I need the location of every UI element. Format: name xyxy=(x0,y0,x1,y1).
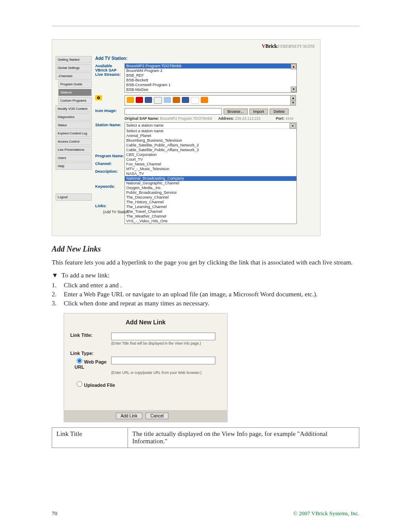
form-title: Add TV Station: xyxy=(95,56,316,61)
table-key: Link Title xyxy=(52,428,128,448)
chevron-down-icon[interactable]: ▼ xyxy=(290,123,296,129)
nav-live-presentations[interactable]: Live Presentations xyxy=(56,146,92,153)
link-title-hint: (Enter Title that will be displayed in t… xyxy=(111,341,221,345)
step-item: 1. Click and enter a and . xyxy=(52,282,359,289)
stream-option[interactable]: BSB-Cromwell Program 1 xyxy=(125,83,296,87)
station-option[interactable]: Public_Broadcasting_Service xyxy=(125,190,296,195)
web-url-hint: (Enter URL or copy/paste URL from your W… xyxy=(111,370,221,375)
nav-diagnostics[interactable]: Diagnostics xyxy=(56,113,92,121)
nav-users[interactable]: Users xyxy=(56,154,92,162)
station-option[interactable]: Oxygen_Media,_Inc. xyxy=(125,186,296,190)
nav-modify-vod[interactable]: Modify VOD Content xyxy=(56,105,92,112)
nav-stations[interactable]: Stations xyxy=(58,89,92,96)
stream-option[interactable]: BruceMP2 Program TDOT8mbit xyxy=(125,64,296,68)
nav-program-guide[interactable]: Program Guide xyxy=(58,81,92,88)
nav-channels[interactable]: -Channels xyxy=(56,72,92,80)
add-new-link-dialog: Add New Link Link Title: (Enter Title th… xyxy=(64,313,227,422)
station-option[interactable]: Cable_Satellite_Public_Affairs_Network_3 xyxy=(125,148,296,152)
station-option[interactable]: NASA_TV xyxy=(125,171,296,176)
nav-getting-started[interactable]: Getting Started xyxy=(56,56,92,63)
station-name-label: Station Name: xyxy=(95,122,125,127)
table-value: The title actually displayed on the View… xyxy=(128,428,359,448)
cancel-button[interactable]: Cancel xyxy=(146,413,168,419)
scroll-up-icon[interactable]: ▲ xyxy=(291,64,296,69)
link-type-label: Link Type: xyxy=(70,351,111,356)
nav-custom-programs[interactable]: Custom Programs xyxy=(58,97,92,104)
intro-paragraph: This feature lets you add a hyperlink to… xyxy=(52,258,359,267)
icon-thumb[interactable] xyxy=(182,97,189,103)
add-link-button[interactable]: Add Link xyxy=(116,413,142,419)
station-option[interactable]: VH1_-_Video_Hits_One xyxy=(125,219,296,224)
link-title-table: Link Title The title actually displayed … xyxy=(52,427,359,448)
station-option[interactable]: CBS_Corporation xyxy=(125,152,296,157)
station-option[interactable]: Cable_Satellite_Public_Affairs_Network_2 xyxy=(125,143,296,148)
icon-thumb[interactable] xyxy=(136,97,143,103)
available-streams-label: Available VBrick SAP Live Streams: xyxy=(95,63,125,77)
stream-option[interactable]: BSB-Beckett xyxy=(125,78,296,83)
step-item: 2.Enter a Web Page URL or navigate to an… xyxy=(52,291,359,298)
station-option[interactable]: Court_TV xyxy=(125,157,296,162)
admin-screenshot: VBrickETHERNETV SUITE Getting Started Gl… xyxy=(52,39,321,236)
icon-image-strip[interactable] xyxy=(125,95,296,106)
nav-access-control[interactable]: Access Control xyxy=(56,138,92,145)
nav-status[interactable]: Status xyxy=(56,121,92,129)
triangle-bullet-icon: ▼ xyxy=(52,272,58,279)
page-number: 70 xyxy=(52,510,57,517)
icon-thumb[interactable] xyxy=(145,97,152,103)
channel-label: Channel: xyxy=(95,161,125,169)
station-option[interactable]: The_Discovery_Channel xyxy=(125,195,296,200)
links-note: (Add TV Station xyxy=(95,210,129,214)
link-title-input[interactable] xyxy=(111,333,215,340)
web-url-input[interactable] xyxy=(111,357,215,364)
station-emoji-icon: ✿ xyxy=(95,95,102,100)
scroll-down-icon[interactable]: ▼ xyxy=(290,100,296,106)
station-option[interactable]: The_Travel_Channel xyxy=(125,209,296,214)
icon-thumb[interactable] xyxy=(164,97,171,103)
stream-option[interactable]: BSB-MixDee xyxy=(125,87,296,92)
stream-option[interactable]: BSB_REF xyxy=(125,73,296,78)
sap-meta: Original SAP Name: BruceMP2 Program TDOT… xyxy=(95,115,316,122)
station-option[interactable]: Animal_Planet xyxy=(125,134,296,138)
description-label: Description: xyxy=(95,169,125,184)
radio-web-url[interactable]: Web Page URL xyxy=(75,357,111,370)
radio-uploaded-file[interactable]: Uploaded File xyxy=(75,380,115,388)
station-option[interactable]: Fox_News_Channel xyxy=(125,162,296,167)
program-name-label: Program Name: xyxy=(95,153,125,161)
browse-button[interactable]: Browse... xyxy=(224,109,248,115)
icon-thumb[interactable] xyxy=(201,97,208,103)
icon-image-field[interactable] xyxy=(125,108,222,115)
side-navigation: Getting Started Global Settings -Channel… xyxy=(56,56,92,202)
station-option[interactable]: National_Geographic_Channel xyxy=(125,181,296,186)
links-label: Links: xyxy=(95,203,125,210)
nav-expired-content-log[interactable]: Expired Content Log xyxy=(56,130,92,137)
dialog-title: Add New Link xyxy=(64,314,227,329)
import-button[interactable]: Import xyxy=(249,109,268,115)
icon-thumb[interactable] xyxy=(154,97,162,104)
keywords-label: Keywords: xyxy=(95,184,125,197)
icon-thumb[interactable] xyxy=(127,97,134,103)
link-title-label: Link Title: xyxy=(70,333,111,338)
delete-button[interactable]: Delete xyxy=(270,109,289,115)
station-option[interactable]: Bloomberg_Business_Television xyxy=(125,138,296,143)
copyright: © 2007 VBrick Systems, Inc. xyxy=(293,510,359,517)
nav-logout[interactable]: Logout xyxy=(56,193,92,201)
icon-thumb[interactable] xyxy=(173,97,180,103)
live-streams-listbox[interactable]: BruceMP2 Program TDOT8mbit BruceWM Progr… xyxy=(125,63,297,93)
station-option[interactable]: Select a station name xyxy=(125,129,296,134)
stream-option[interactable]: BSB-Whitegate-NTSC xyxy=(125,92,296,93)
section-heading: Add New Links xyxy=(52,245,359,254)
station-option[interactable]: The_Weather_Channel xyxy=(125,214,296,219)
station-name-select[interactable]: Select a station name ▼ Select a station… xyxy=(125,122,297,224)
procedure-heading: ▼To add a new link: xyxy=(52,272,359,279)
nav-help[interactable]: Help xyxy=(56,162,92,170)
scroll-down-icon[interactable]: ▼ xyxy=(291,87,296,92)
station-option[interactable]: National_Broadcasting_Company xyxy=(125,176,296,181)
icon-image-label: Icon Image: xyxy=(95,108,125,113)
station-option[interactable]: MTV_-_Music_Television xyxy=(125,167,296,171)
icon-thumb[interactable] xyxy=(191,97,199,104)
station-option[interactable]: The_History_Channel xyxy=(125,200,296,205)
nav-global-settings[interactable]: Global Settings xyxy=(56,64,92,72)
stream-option[interactable]: BruceWM Program 2 xyxy=(125,68,296,73)
brand-logo: VBrickETHERNETV SUITE xyxy=(262,43,315,50)
station-option[interactable]: The_Learning_Channel xyxy=(125,205,296,209)
